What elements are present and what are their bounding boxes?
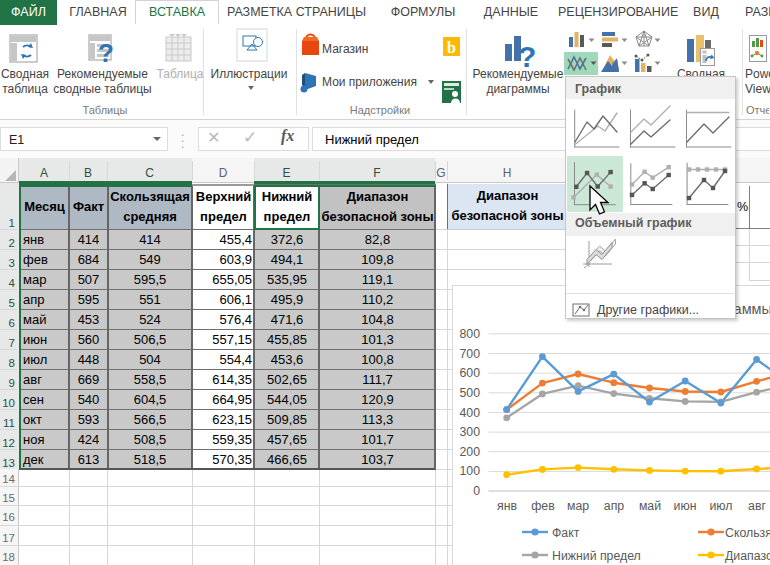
svg-text:?: ? bbox=[98, 38, 114, 68]
svg-text:?: ? bbox=[518, 40, 536, 73]
svg-text:b: b bbox=[447, 39, 456, 56]
